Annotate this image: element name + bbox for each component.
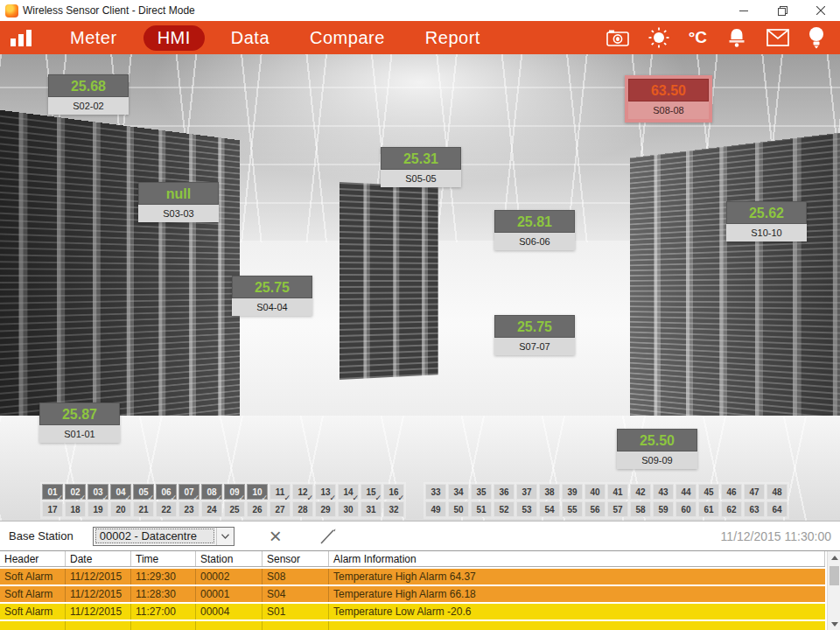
channel-62[interactable]: 62	[721, 501, 742, 517]
channel-47[interactable]: 47	[744, 484, 765, 500]
channel-61[interactable]: 61	[698, 501, 719, 517]
clear-icon[interactable]: ×	[264, 525, 287, 548]
sensor-S07-07[interactable]: 25.75S07-07	[494, 315, 575, 355]
channel-18[interactable]: 18	[65, 501, 86, 517]
channel-41[interactable]: 41	[607, 484, 628, 500]
channel-37[interactable]: 37	[516, 484, 537, 500]
channel-48[interactable]: 48	[766, 484, 788, 500]
bulb-icon[interactable]	[808, 26, 824, 49]
camera-icon[interactable]	[606, 28, 629, 47]
nav-item-meter[interactable]: Meter	[56, 25, 131, 51]
channel-33[interactable]: 33	[425, 484, 446, 500]
column-header[interactable]: Time	[131, 551, 196, 566]
channel-06[interactable]: 06✓	[156, 484, 177, 500]
sensor-S10-10[interactable]: 25.62S10-10	[726, 201, 807, 242]
table-row[interactable]: Soft Alarm11/12/201511:28:3000001S04Temp…	[0, 586, 825, 602]
scroll-down-icon[interactable]	[828, 618, 840, 630]
column-header[interactable]: Sensor	[262, 551, 329, 566]
channel-08[interactable]: 08✓	[201, 484, 222, 500]
sensor-S06-06[interactable]: 25.81S06-06	[494, 210, 575, 250]
channel-28[interactable]: 28	[292, 501, 313, 517]
channel-50[interactable]: 50	[448, 501, 469, 517]
brightness-icon[interactable]	[648, 27, 669, 48]
table-row[interactable]: Soft Alarm11/12/201511:27:0000004S01Temp…	[0, 604, 825, 620]
table-row[interactable]	[0, 621, 825, 630]
alarm-bell-icon[interactable]	[726, 27, 747, 48]
channel-36[interactable]: 36	[494, 484, 514, 500]
channel-51[interactable]: 51	[471, 501, 492, 517]
channel-24[interactable]: 24	[201, 501, 222, 517]
channel-20[interactable]: 20	[110, 501, 131, 517]
channel-29[interactable]: 29	[315, 501, 336, 517]
channel-27[interactable]: 27	[270, 501, 290, 517]
channel-39[interactable]: 39	[562, 484, 583, 500]
channel-16[interactable]: 16✓	[383, 484, 404, 500]
sensor-S05-05[interactable]: 25.31S05-05	[381, 147, 461, 187]
channel-17[interactable]: 17	[42, 501, 63, 517]
edit-pencil-icon[interactable]	[317, 525, 340, 548]
channel-09[interactable]: 09✓	[224, 484, 245, 500]
nav-item-hmi[interactable]: HMI	[144, 25, 205, 51]
sensor-S04-04[interactable]: 25.75S04-04	[232, 276, 312, 316]
nav-item-report[interactable]: Report	[411, 25, 494, 51]
nav-item-compare[interactable]: Compare	[296, 25, 399, 51]
channel-59[interactable]: 59	[653, 501, 674, 517]
restore-icon[interactable]	[763, 0, 802, 21]
channel-55[interactable]: 55	[562, 501, 583, 517]
sensor-S09-09[interactable]: 25.50S09-09	[617, 429, 697, 469]
channel-58[interactable]: 58	[630, 501, 651, 517]
channel-31[interactable]: 31	[360, 501, 382, 517]
channel-22[interactable]: 22	[156, 501, 177, 517]
column-header[interactable]: Date	[66, 551, 131, 566]
channel-05[interactable]: 05✓	[133, 484, 154, 500]
channel-32[interactable]: 32	[383, 501, 404, 517]
channel-63[interactable]: 63	[744, 501, 765, 517]
channel-02[interactable]: 02✓	[65, 484, 86, 500]
table-row[interactable]: Soft Alarm11/12/201511:29:3000002S08Temp…	[0, 569, 825, 584]
celsius-icon[interactable]: °C	[689, 28, 707, 47]
sensor-S02-02[interactable]: 25.68S02-02	[48, 74, 129, 115]
channel-07[interactable]: 07✓	[178, 484, 200, 500]
channel-34[interactable]: 34	[448, 484, 469, 500]
channel-23[interactable]: 23	[178, 501, 200, 517]
channel-54[interactable]: 54	[539, 501, 560, 517]
channel-15[interactable]: 15✓	[360, 484, 382, 500]
channel-11[interactable]: 11✓	[270, 484, 290, 500]
vertical-scrollbar[interactable]	[827, 551, 840, 630]
channel-12[interactable]: 12✓	[292, 484, 313, 500]
channel-21[interactable]: 21	[133, 501, 154, 517]
channel-35[interactable]: 35	[471, 484, 492, 500]
channel-57[interactable]: 57	[607, 501, 628, 517]
channel-42[interactable]: 42	[630, 484, 651, 500]
channel-01[interactable]: 01✓	[42, 484, 63, 500]
chevron-down-icon[interactable]	[216, 528, 234, 545]
channel-52[interactable]: 52	[494, 501, 514, 517]
channel-13[interactable]: 13✓	[315, 484, 336, 500]
channel-30[interactable]: 30	[338, 501, 359, 517]
channel-25[interactable]: 25	[224, 501, 245, 517]
scroll-up-icon[interactable]	[828, 551, 840, 564]
bar-chart-icon[interactable]	[10, 29, 32, 46]
channel-53[interactable]: 53	[516, 501, 537, 517]
channel-40[interactable]: 40	[584, 484, 606, 500]
minimize-icon[interactable]	[724, 0, 763, 21]
column-header[interactable]: Station	[196, 551, 262, 566]
mail-icon[interactable]	[766, 29, 789, 46]
scrollbar-thumb[interactable]	[830, 566, 839, 585]
channel-45[interactable]: 45	[698, 484, 719, 500]
channel-04[interactable]: 04✓	[110, 484, 131, 500]
nav-item-data[interactable]: Data	[217, 25, 284, 51]
sensor-S01-01[interactable]: 25.87S01-01	[39, 402, 120, 443]
channel-10[interactable]: 10✓	[247, 484, 268, 500]
channel-56[interactable]: 56	[584, 501, 606, 517]
channel-44[interactable]: 44	[676, 484, 696, 500]
close-icon[interactable]	[802, 0, 840, 21]
channel-26[interactable]: 26	[247, 501, 268, 517]
channel-14[interactable]: 14✓	[338, 484, 359, 500]
column-header[interactable]: Alarm Information	[329, 551, 825, 566]
base-station-dropdown[interactable]: 00002 - Datacentre	[93, 527, 234, 546]
channel-49[interactable]: 49	[425, 501, 446, 517]
channel-43[interactable]: 43	[653, 484, 674, 500]
sensor-S08-08[interactable]: 63.50S08-08	[625, 75, 712, 122]
column-header[interactable]: Header	[0, 551, 66, 566]
